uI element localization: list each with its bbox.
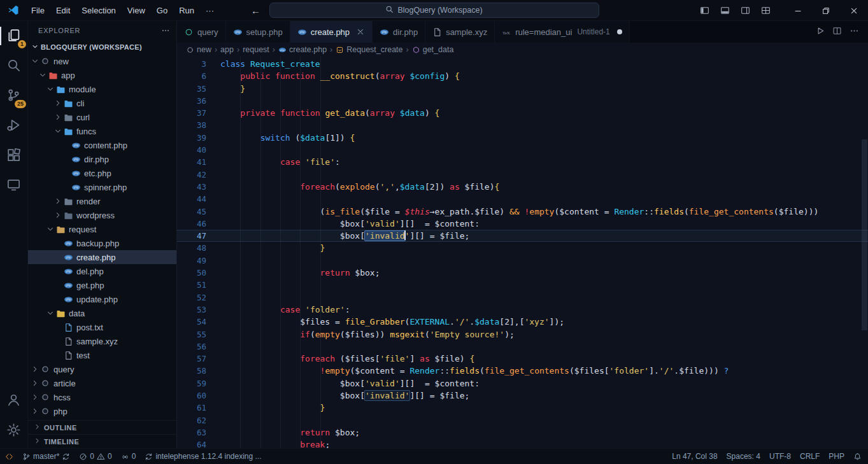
code-line-40[interactable]: 40 [177,144,868,156]
menu-selection[interactable]: Selection [76,0,121,21]
code-line-64[interactable]: 64 break; [177,439,868,448]
code-line-36[interactable]: 36 [177,95,868,107]
customize-layout-icon[interactable] [757,0,774,21]
tree-item-cli[interactable]: cli [28,96,176,110]
tree-item-app[interactable]: app [28,68,176,82]
code-line-53[interactable]: 53 case 'folder': [177,304,868,316]
code-line-56[interactable]: 56 [177,341,868,353]
status-language-status[interactable]: intelephense 1.12.4 indexing ... [145,452,261,461]
status-problems[interactable]: 00 [79,452,111,461]
activity-search[interactable] [0,51,27,81]
activity-extensions[interactable] [0,141,27,171]
status-remote-indicator[interactable] [5,453,13,461]
tree-item-test[interactable]: test [28,348,176,362]
status-language-mode[interactable]: PHP [829,452,844,461]
activity-run-and-debug[interactable] [0,111,27,141]
code-line-60[interactable]: 60 $box['invalid'][] = $file; [177,390,868,402]
status-notifications[interactable] [853,453,862,461]
tree-item-sample-xyz[interactable]: sample.xyz [28,334,176,348]
code-line-59[interactable]: 59 $box['valid'][] = $content: [177,377,868,390]
toggle-panel-icon[interactable] [716,0,733,21]
tree-item-hcss[interactable]: hcss [28,390,176,404]
tree-item-data[interactable]: data [28,306,176,320]
code-line-48[interactable]: 48 } [177,242,868,254]
tree-item-content-php[interactable]: phpcontent.php [28,138,176,152]
back-arrow-icon[interactable]: ← [251,5,260,16]
breadcrumb-create-php[interactable]: phpcreate.php [278,45,327,54]
code-line-35[interactable]: 35 } [177,83,868,95]
code-line-50[interactable]: 50 return $box; [177,267,868,279]
breadcrumb-new[interactable]: new [186,45,211,54]
code-line-47[interactable]: 47 $box['invalid'][] = $file; [177,230,868,242]
minimize-button[interactable] [784,0,812,21]
tab-dir-php[interactable]: phpdir.php [373,21,425,43]
code-line-46[interactable]: 46 $box['valid'][] = $content: [177,218,868,230]
section-outline[interactable]: OUTLINE [28,420,176,434]
code-line-3[interactable]: 3class Request_create [177,58,868,70]
menu-view[interactable]: View [122,0,151,21]
code-line-42[interactable]: 42 [177,169,868,181]
activity-remote-explorer[interactable] [0,171,27,200]
code-line-61[interactable]: 61 } [177,402,868,414]
tree-item-article[interactable]: article [28,376,176,390]
status-eol[interactable]: CRLF [800,452,820,461]
split-editor-icon[interactable] [832,26,842,38]
code-line-44[interactable]: 44 [177,193,868,205]
tree-item-create-php[interactable]: phpcreate.php [28,250,176,264]
code-line-51[interactable]: 51 [177,279,868,291]
code-editor[interactable]: 3class Request_create6 public function _… [177,57,868,448]
menu-item[interactable]: ··· [200,0,220,21]
activity-manage[interactable] [0,416,27,446]
code-line-63[interactable]: 63 return $box; [177,426,868,439]
tree-item-del-php[interactable]: phpdel.php [28,264,176,278]
code-line-39[interactable]: 39 switch ($data[1]) { [177,132,868,144]
code-line-62[interactable]: 62 [177,414,868,426]
close-button[interactable] [840,0,868,21]
code-line-41[interactable]: 41 case 'file': [177,156,868,168]
status-ports[interactable]: 0 [121,452,136,461]
tree-item-dir-php[interactable]: phpdir.php [28,152,176,166]
toggle-sidebar-icon[interactable] [696,0,713,21]
tree-item-etc-php[interactable]: phpetc.php [28,166,176,180]
tab-close-icon[interactable] [356,27,365,36]
tree-item-backup-php[interactable]: phpbackup.php [28,236,176,250]
code-line-55[interactable]: 55 if(empty($files)) msgexit('Empty sour… [177,328,868,341]
restore-button[interactable] [812,0,840,21]
tree-item-new[interactable]: new [28,54,176,68]
toggle-secondary-sidebar-icon[interactable] [737,0,753,21]
tab-create-php[interactable]: phpcreate.php [290,21,373,43]
code-line-38[interactable]: 38 [177,119,868,131]
command-center-search[interactable]: BlogQuery (Workspace) [269,3,599,18]
breadcrumb-request-create[interactable]: Request_create [336,45,402,54]
tree-item-request[interactable]: request [28,222,176,236]
activity-accounts[interactable] [0,386,27,416]
tree-item-module[interactable]: module [28,82,176,96]
workspace-header[interactable]: BLOGQUERY (WORKSPACE) [28,40,176,54]
status-cursor-position[interactable]: Ln 47, Col 38 [672,452,717,461]
breadcrumb-app[interactable]: app [220,45,234,54]
breadcrumb-request[interactable]: request [243,45,269,54]
tab-query[interactable]: query [177,21,226,43]
code-line-57[interactable]: 57 foreach ($files['file'] as $file) { [177,353,868,365]
tree-item-curl[interactable]: curl [28,110,176,124]
menu-run[interactable]: Run [173,0,200,21]
code-line-43[interactable]: 43 foreach(explode(',',$data[2]) as $fil… [177,181,868,193]
explorer-actions-icon[interactable] [161,26,170,35]
tree-item-post-txt[interactable]: post.txt [28,320,176,334]
menu-go[interactable]: Go [151,0,173,21]
section-timeline[interactable]: TIMELINE [28,434,176,448]
code-line-52[interactable]: 52 [177,292,868,304]
tree-item-funcs[interactable]: funcs [28,124,176,138]
tree-item-update-php[interactable]: phpupdate.php [28,292,176,306]
activity-source-control[interactable]: 25 [0,81,27,111]
tab-sample-xyz[interactable]: sample.xyz [425,21,495,43]
tree-item-render[interactable]: render [28,194,176,208]
tree-item-php[interactable]: php [28,404,176,418]
tree-item-get-php[interactable]: phpget.php [28,278,176,292]
code-line-45[interactable]: 45 (is_file($file = $this→ex_path.$file)… [177,206,868,218]
activity-explorer[interactable]: 1 [0,21,27,51]
menu-file[interactable]: File [25,0,50,21]
code-line-58[interactable]: 58 !empty($content = Render::fields(file… [177,365,868,377]
tab-rule-median-ui[interactable]: TeXrule=median_uiUntitled-1 [495,21,630,43]
run-icon[interactable] [815,26,825,38]
